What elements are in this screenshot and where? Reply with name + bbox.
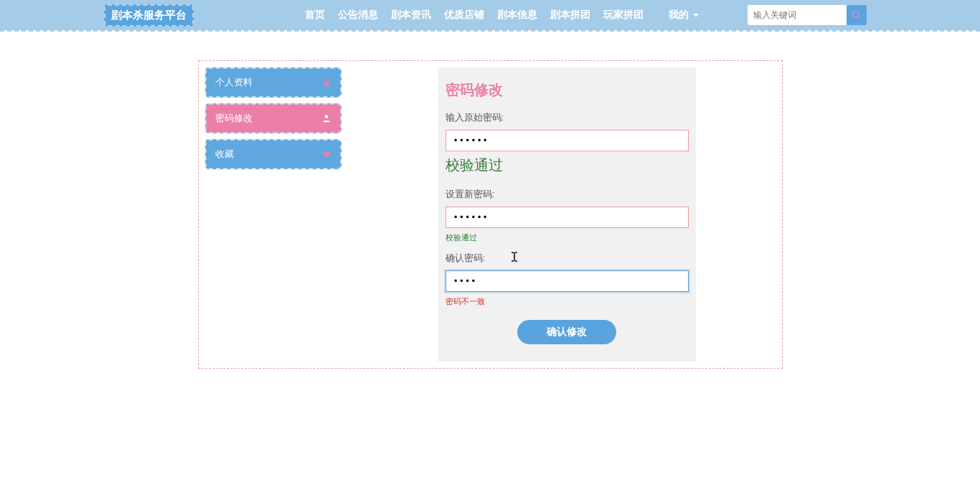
original-password-input[interactable] (446, 130, 689, 151)
original-password-status: 校验通过 (446, 156, 689, 175)
sidebar-item-label: 密码修改 (215, 112, 253, 125)
search-button[interactable] (847, 5, 867, 25)
sidebar-item-password[interactable]: 密码修改 (205, 103, 341, 133)
original-password-label: 输入原始密码: (446, 111, 689, 124)
new-password-label: 设置新密码: (446, 188, 689, 201)
search-icon (852, 10, 862, 20)
svg-rect-2 (324, 82, 329, 85)
new-password-status: 校验通过 (446, 232, 689, 243)
confirm-password-status: 密码不一致 (446, 296, 689, 307)
svg-point-0 (853, 11, 859, 17)
nav-news[interactable]: 剧本资讯 (391, 9, 431, 22)
lock-icon (321, 77, 331, 88)
chevron-down-icon (693, 14, 699, 17)
sidebar-item-profile[interactable]: 个人资料 (205, 67, 341, 98)
nav-group2[interactable]: 玩家拼团 (603, 9, 644, 22)
top-nav: 首页 公告消息 剧本资讯 优质店铺 剧本信息 剧本拼团 玩家拼团 (305, 9, 644, 22)
confirm-password-label: 确认密码: (446, 252, 689, 265)
my-dropdown[interactable]: 我的 (669, 9, 699, 22)
sidebar-item-label: 收藏 (215, 148, 234, 161)
content-panel: 个人资料 密码修改 收藏 密码修改 输入原始密码: 校验通过 设置新密码: 校验… (198, 60, 783, 369)
nav-home[interactable]: 首页 (305, 9, 325, 22)
nav-notice[interactable]: 公告消息 (338, 9, 378, 22)
form-title: 密码修改 (446, 80, 689, 100)
heart-icon (321, 149, 331, 159)
sidebar-item-label: 个人资料 (215, 76, 253, 89)
svg-point-3 (324, 115, 328, 118)
brand[interactable]: 剧本杀服务平台 (104, 4, 194, 27)
user-icon (321, 113, 331, 123)
nav-group1[interactable]: 剧本拼团 (550, 9, 590, 22)
password-form: 密码修改 输入原始密码: 校验通过 设置新密码: 校验通过 确认密码: 密码不一… (438, 67, 696, 362)
nav-shops[interactable]: 优质店铺 (444, 9, 484, 22)
search-input[interactable] (748, 5, 847, 25)
nav-scripts[interactable]: 剧本信息 (497, 9, 537, 22)
sidebar: 个人资料 密码修改 收藏 (205, 67, 341, 362)
submit-button[interactable]: 确认修改 (517, 320, 616, 344)
new-password-input[interactable] (446, 207, 689, 228)
svg-line-1 (858, 16, 860, 19)
sidebar-item-favorites[interactable]: 收藏 (205, 139, 341, 169)
my-label: 我的 (669, 9, 689, 22)
confirm-password-input[interactable] (446, 270, 689, 292)
